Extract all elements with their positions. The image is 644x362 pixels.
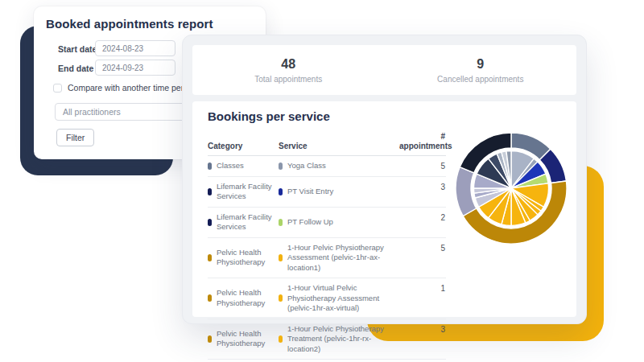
service-cell: 1-Hour Virtual Pelvic Physiotherapy Asse…: [279, 283, 399, 314]
service-cell: Yoga Class: [279, 161, 399, 171]
table-row: Lifemark Facility Services PT Visit Entr…: [208, 177, 446, 208]
filter-button[interactable]: Filter: [56, 129, 94, 146]
appointments-count: 2: [399, 212, 446, 222]
table-row: Classes Yoga Class 5: [208, 156, 446, 177]
filter-card-title: Booked appointments report: [46, 17, 213, 31]
category-text: Pelvic Health Physiotherapy: [217, 288, 272, 308]
service-color-dot: [279, 162, 283, 170]
bookings-table: Category Service # appointments Classes …: [208, 130, 446, 360]
category-cell: Pelvic Health Physiotherapy: [208, 329, 279, 349]
bookings-panel: Bookings per service Category Service # …: [192, 101, 576, 317]
appointments-count: 1: [399, 283, 446, 293]
start-date-input[interactable]: [95, 40, 175, 56]
service-column-header: Service: [279, 142, 399, 151]
stats-panel: 48 Total appointments 9 Cancelled appoin…: [192, 45, 576, 95]
report-card: 48 Total appointments 9 Cancelled appoin…: [182, 35, 587, 324]
appointments-count: 5: [399, 161, 446, 171]
category-cell: Pelvic Health Physiotherapy: [208, 248, 279, 268]
pie-outer-segment: [456, 167, 477, 216]
category-color-dot: [208, 219, 212, 226]
service-text: PT Follow Up: [287, 217, 333, 228]
service-cell: PT Visit Entry: [279, 187, 399, 197]
table-header-row: Category Service # appointments: [208, 130, 446, 156]
total-appointments-stat: 48 Total appointments: [192, 45, 385, 95]
service-color-dot: [279, 335, 283, 343]
service-cell: PT Follow Up: [279, 217, 399, 228]
category-cell: Lifemark Facility Services: [208, 212, 279, 232]
service-color-dot: [279, 294, 283, 302]
bookings-section-title: Bookings per service: [208, 109, 330, 123]
category-color-dot: [208, 254, 212, 261]
service-color-dot: [279, 188, 283, 195]
total-appointments-label: Total appointments: [254, 75, 322, 84]
category-text: Pelvic Health Physiotherapy: [217, 329, 272, 349]
service-text: 1-Hour Pelvic Physiotherapy Treatment (p…: [287, 324, 393, 355]
compare-checkbox-label: Compare with another time period: [68, 83, 195, 93]
appointments-count: 5: [399, 243, 446, 253]
table-row: Pelvic Health Physiotherapy 1-Hour Pelvi…: [208, 319, 446, 360]
bookings-pie-wrap: [451, 128, 572, 249]
end-date-input[interactable]: [95, 60, 175, 76]
table-row: Lifemark Facility Services PT Follow Up …: [208, 208, 446, 238]
category-column-header: Category: [208, 142, 279, 151]
category-text: Lifemark Facility Services: [217, 212, 272, 232]
end-date-label: End date: [58, 64, 93, 73]
service-color-dot: [279, 219, 283, 226]
table-row: Pelvic Health Physiotherapy 1-Hour Virtu…: [208, 278, 446, 319]
compare-checkbox[interactable]: [53, 84, 62, 93]
start-date-label: Start date: [58, 44, 97, 54]
service-text: PT Visit Entry: [287, 187, 333, 197]
appointments-column-header: # appointments: [399, 132, 446, 151]
category-color-dot: [208, 294, 212, 302]
category-color-dot: [208, 162, 212, 170]
cancelled-appointments-stat: 9 Cancelled appointments: [385, 45, 577, 95]
total-appointments-value: 48: [281, 57, 295, 72]
category-text: Pelvic Health Physiotherapy: [217, 248, 272, 268]
category-cell: Classes: [208, 161, 279, 171]
service-text: 1-Hour Virtual Pelvic Physiotherapy Asse…: [287, 283, 393, 314]
category-cell: Lifemark Facility Services: [208, 182, 279, 202]
category-text: Lifemark Facility Services: [217, 182, 272, 202]
table-row: Pelvic Health Physiotherapy 1-Hour Pelvi…: [208, 238, 446, 279]
service-cell: 1-Hour Pelvic Physiotherapy Treatment (p…: [279, 324, 399, 355]
appointments-count: 3: [399, 182, 446, 191]
cancelled-appointments-value: 9: [477, 57, 484, 72]
compare-checkbox-row: Compare with another time period: [53, 83, 195, 93]
bookings-pie-chart: [451, 128, 572, 249]
category-color-dot: [208, 188, 212, 195]
service-text: Yoga Class: [287, 161, 326, 171]
category-text: Classes: [217, 161, 244, 171]
category-color-dot: [208, 335, 212, 343]
service-text: 1-Hour Pelvic Physiotherapy Assessment (…: [287, 243, 393, 274]
category-cell: Pelvic Health Physiotherapy: [208, 288, 279, 308]
service-cell: 1-Hour Pelvic Physiotherapy Assessment (…: [279, 243, 399, 274]
appointments-count: 3: [399, 324, 446, 334]
cancelled-appointments-label: Cancelled appointments: [437, 75, 523, 84]
service-color-dot: [279, 254, 283, 261]
